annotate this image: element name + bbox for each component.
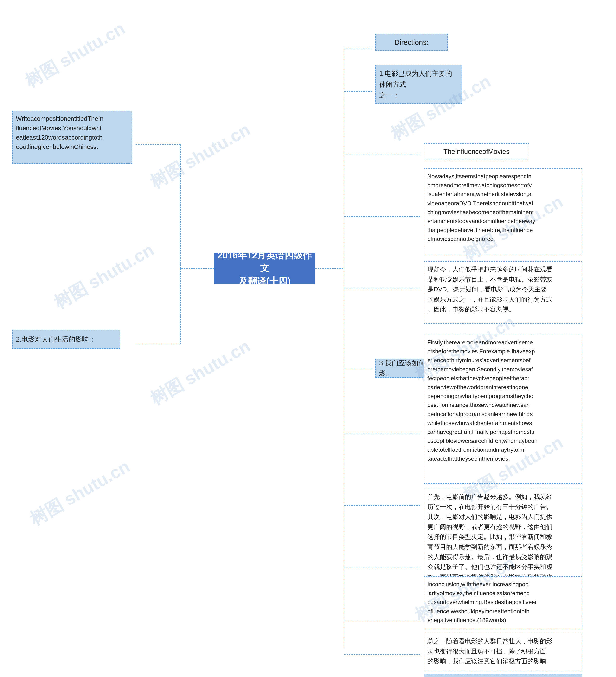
left-branch-1-box: WriteacompositionentitledTheIn fluenceof… (12, 111, 132, 164)
english-para-1-box: Nowadays,itseemsthatpeoplearespendin gmo… (424, 169, 582, 255)
watermark-2: 树图 shutu.cn (146, 118, 254, 194)
left-branch-2-label: 2.电影对人们生活的影响； (16, 334, 96, 345)
english-conclusion-box: Inconclusion,withtheever-increasingpopu … (424, 576, 582, 629)
prompt-label-1: 1.电影已成为人们主要的休闲方式 之一； (379, 70, 452, 99)
english-para-2-text: Firstly,therearemoreandmoreadvertiseme n… (427, 339, 537, 462)
english-para-2-box: Firstly,therearemoreandmoreadvertiseme n… (424, 334, 582, 484)
footer-note-box: 大学英语四、六级考试---四级翻译备考资料 (424, 674, 582, 677)
canvas: 树图 shutu.cn 树图 shutu.cn 树图 shutu.cn 树图 s… (0, 0, 616, 677)
left-branch-2-box: 2.电影对人们生活的影响； (12, 330, 120, 349)
directions-label: Directions: (394, 37, 429, 48)
watermark-3: 树图 shutu.cn (50, 238, 158, 314)
english-para-1-text: Nowadays,itseemsthatpeoplearespendin gmo… (427, 173, 535, 242)
chinese-para-2-text: 首先，电影前的广告越来越多。例如，我就经 历过一次，在电影开始前有三十分钟的广告… (427, 493, 553, 581)
prompt-box-1: 1.电影已成为人们主要的休闲方式 之一； (375, 65, 462, 104)
chinese-para-1-text: 现如今，人们似乎把越来越多的时间花在观看 某种视觉娱乐节目上，不管是电视、录影带… (427, 266, 553, 313)
watermark-4: 树图 shutu.cn (146, 334, 254, 410)
chinese-para-2-box: 首先，电影前的广告越来越多。例如，我就经 历过一次，在电影开始前有三十分钟的广告… (424, 489, 582, 585)
watermark-1: 树图 shutu.cn (21, 17, 129, 93)
title-label: TheInfluenceofMovies (443, 146, 509, 157)
watermark-5: 树图 shutu.cn (26, 455, 134, 531)
center-node: 2016年12月英语四级作文 及翻译(十四) (214, 253, 315, 284)
title-box: TheInfluenceofMovies (424, 143, 529, 160)
chinese-conclusion-box: 总之，随着看电影的人群日益壮大，电影的影 响也变得很大而且势不可挡。除了积极方面… (424, 633, 582, 672)
left-branch-1-label: WriteacompositionentitledTheIn fluenceof… (16, 115, 103, 150)
directions-box: Directions: (375, 34, 447, 51)
english-conclusion-text: Inconclusion,withtheever-increasingpopu … (427, 581, 536, 623)
center-node-label: 2016年12月英语四级作文 及翻译(十四) (214, 249, 315, 287)
chinese-para-1-box: 现如今，人们似乎把越来越多的时间花在观看 某种视觉娱乐节目上，不管是电视、录影带… (424, 261, 582, 324)
chinese-conclusion-text: 总之，随着看电影的人群日益壮大，电影的影 响也变得很大而且势不可挡。除了积极方面… (427, 637, 553, 665)
